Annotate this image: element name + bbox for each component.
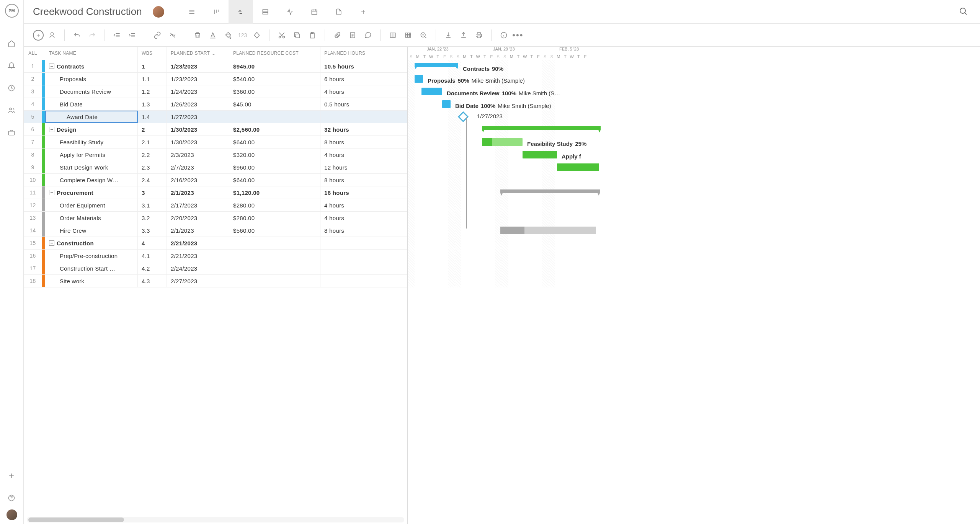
view-file-icon[interactable]	[327, 0, 351, 24]
cut-button[interactable]	[275, 28, 289, 42]
task-name-cell[interactable]: Feasibility Study	[45, 136, 138, 148]
cell-wbs[interactable]: 1	[138, 60, 167, 72]
gantt-row[interactable]	[408, 186, 980, 199]
cell-start[interactable]: 2/20/2023	[167, 212, 229, 224]
cell-hours[interactable]	[320, 250, 407, 262]
table-row[interactable]: 15−Construction42/21/2023	[24, 237, 407, 250]
view-board-icon[interactable]	[204, 0, 229, 24]
gantt-bar[interactable]	[500, 227, 596, 234]
gantt-row[interactable]	[408, 224, 980, 237]
gantt-row[interactable]: Feasibility Study25%	[408, 136, 980, 149]
cell-start[interactable]: 2/3/2023	[167, 149, 229, 161]
cell-wbs[interactable]: 1.2	[138, 85, 167, 98]
table-row[interactable]: 16Prep/Pre-construction4.12/21/2023	[24, 250, 407, 262]
cell-start[interactable]: 1/30/2023	[167, 123, 229, 135]
cell-hours[interactable]: 4 hours	[320, 149, 407, 161]
task-name-cell[interactable]: Construction Start …	[45, 262, 138, 274]
gantt-bar[interactable]: Apply f	[523, 151, 557, 158]
cell-cost[interactable]	[229, 275, 320, 287]
cell-wbs[interactable]: 3.2	[138, 212, 167, 224]
table-row[interactable]: 10Complete Design W…2.42/16/2023$640.008…	[24, 174, 407, 186]
home-icon[interactable]	[8, 40, 16, 48]
gantt-bar[interactable]: Documents Review100%Mike Smith (S…	[421, 88, 442, 95]
cell-cost[interactable]: $560.00	[229, 224, 320, 237]
col-header-all[interactable]: ALL	[24, 47, 42, 60]
cell-wbs[interactable]: 2.4	[138, 174, 167, 186]
cell-wbs[interactable]: 3	[138, 186, 167, 199]
gantt-row[interactable]: 1/27/2023	[408, 111, 980, 123]
cell-start[interactable]: 2/27/2023	[167, 275, 229, 287]
cell-wbs[interactable]: 2	[138, 123, 167, 135]
cell-hours[interactable]: 10.5 hours	[320, 60, 407, 72]
text-format-button[interactable]	[206, 28, 220, 42]
table-row[interactable]: 18Site work4.32/27/2023	[24, 275, 407, 287]
undo-button[interactable]	[70, 28, 84, 42]
assign-button[interactable]	[45, 28, 59, 42]
task-name-cell[interactable]: Proposals	[45, 73, 138, 85]
cell-cost[interactable]	[229, 250, 320, 262]
gantt-row[interactable]	[408, 250, 980, 262]
cell-cost[interactable]: $320.00	[229, 149, 320, 161]
columns-button[interactable]	[386, 28, 400, 42]
table-row[interactable]: 11−Procurement32/1/2023$1,120.0016 hours	[24, 186, 407, 199]
cell-cost[interactable]: $280.00	[229, 212, 320, 224]
cell-cost[interactable]: $960.00	[229, 161, 320, 173]
task-name-cell[interactable]: Start Design Work	[45, 161, 138, 173]
cell-hours[interactable]	[320, 262, 407, 274]
horizontal-scrollbar[interactable]	[27, 517, 404, 522]
cell-hours[interactable]: 12 hours	[320, 161, 407, 173]
gantt-row[interactable]: Bid Date100%Mike Smith (Sample)	[408, 98, 980, 111]
import-button[interactable]	[441, 28, 455, 42]
unlink-button[interactable]	[166, 28, 180, 42]
redo-button[interactable]	[85, 28, 99, 42]
cell-hours[interactable]: 4 hours	[320, 199, 407, 211]
link-button[interactable]	[150, 28, 164, 42]
table-row[interactable]: 9Start Design Work2.32/7/2023$960.0012 h…	[24, 161, 407, 174]
table-row[interactable]: 3Documents Review1.21/24/2023$360.004 ho…	[24, 85, 407, 98]
people-icon[interactable]	[8, 106, 16, 115]
export-button[interactable]	[457, 28, 470, 42]
cell-cost[interactable]: $1,120.00	[229, 186, 320, 199]
view-activity-icon[interactable]	[278, 0, 302, 24]
cell-cost[interactable]: $360.00	[229, 85, 320, 98]
table-row[interactable]: 14Hire Crew3.32/1/2023$560.008 hours	[24, 224, 407, 237]
task-name-cell[interactable]: −Construction	[45, 237, 138, 249]
task-name-cell[interactable]: −Procurement	[45, 186, 138, 199]
gantt-row[interactable]	[408, 174, 980, 186]
view-add-icon[interactable]	[351, 0, 376, 24]
cell-wbs[interactable]: 2.3	[138, 161, 167, 173]
table-row[interactable]: 6−Design21/30/2023$2,560.0032 hours	[24, 123, 407, 136]
notes-button[interactable]	[346, 28, 359, 42]
cell-hours[interactable]: 4 hours	[320, 212, 407, 224]
more-button[interactable]: •••	[512, 30, 523, 40]
cell-start[interactable]: 1/26/2023	[167, 98, 229, 110]
table-row[interactable]: 17Construction Start …4.22/24/2023	[24, 262, 407, 275]
cell-cost[interactable]: $45.00	[229, 98, 320, 110]
cell-cost[interactable]: $640.00	[229, 136, 320, 148]
task-name-cell[interactable]: Order Materials	[45, 212, 138, 224]
cell-start[interactable]: 2/24/2023	[167, 262, 229, 274]
cell-cost[interactable]	[229, 237, 320, 249]
table-row[interactable]: 1−Contracts11/23/2023$945.0010.5 hours	[24, 60, 407, 73]
collapse-icon[interactable]: −	[49, 127, 54, 132]
table-row[interactable]: 2Proposals1.11/23/2023$540.006 hours	[24, 73, 407, 85]
cell-hours[interactable]: 4 hours	[320, 85, 407, 98]
briefcase-icon[interactable]	[8, 129, 16, 137]
cell-hours[interactable]: 8 hours	[320, 136, 407, 148]
cell-cost[interactable]: $540.00	[229, 73, 320, 85]
cell-hours[interactable]	[320, 111, 407, 123]
task-name-cell[interactable]: Complete Design W…	[45, 174, 138, 186]
cell-cost[interactable]: $945.00	[229, 60, 320, 72]
cell-wbs[interactable]: 2.2	[138, 149, 167, 161]
cell-start[interactable]: 1/24/2023	[167, 85, 229, 98]
table-row[interactable]: 12Order Equipment3.12/17/2023$280.004 ho…	[24, 199, 407, 212]
gantt-row[interactable]	[408, 161, 980, 174]
cell-hours[interactable]: 6 hours	[320, 73, 407, 85]
milestone-button[interactable]	[250, 28, 264, 42]
cell-wbs[interactable]: 4.1	[138, 250, 167, 262]
gantt-bar[interactable]	[557, 163, 599, 171]
cell-wbs[interactable]: 1.1	[138, 73, 167, 85]
gantt-bar[interactable]: Proposals50%Mike Smith (Sample)	[415, 75, 423, 83]
gantt-row[interactable]: Proposals50%Mike Smith (Sample)	[408, 73, 980, 85]
cell-wbs[interactable]: 4.3	[138, 275, 167, 287]
